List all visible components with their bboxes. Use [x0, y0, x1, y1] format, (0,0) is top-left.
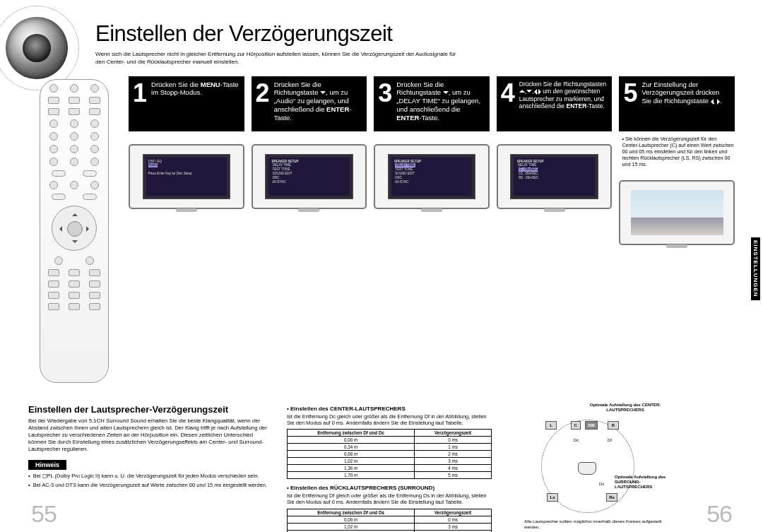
lbl-df: Df: [608, 438, 612, 442]
screenshot-4: SPEAKER SETUP DELAY TIME C : 00mSEC LS :…: [497, 144, 613, 209]
intro-text: Wenn sich die Lautsprecher nicht in glei…: [95, 51, 463, 66]
up-arrow-icon: [519, 90, 525, 93]
spk-R: R: [608, 421, 619, 430]
steps-grid: 1 Drücken Sie die MENU-Taste im Stopp-Mo…: [129, 76, 735, 245]
section-tab: EINSTELLUNGEN: [751, 237, 760, 300]
speaker-graphic: [0, 6, 79, 90]
hint-badge: Hinweis: [28, 460, 66, 470]
step-4: 4 Drücken Sie die Richtungstasten ,,, um…: [497, 76, 613, 245]
rear-heading: • Einstellen des RÜCKLAUTSPRECHERS (SURR…: [287, 485, 492, 491]
placement-diagram: Optimale Aufstellung des CENTER-LAUTSPRE…: [524, 404, 666, 524]
hint-item: Bei ◻PL (Dolby Pro Logic II) kann u. U. …: [28, 473, 268, 480]
rear-text: Ist die Entfernung Df gleich oder größer…: [287, 492, 492, 506]
step-bold: ENTER: [396, 114, 419, 122]
step-2: 2 Drücken Sie die Richtungstaste , um zu…: [252, 76, 367, 245]
step-bold: ENTER: [326, 105, 349, 113]
spk-Rs: Rs: [606, 493, 617, 502]
step-text: -Taste.: [586, 102, 605, 110]
step-text: Drücken Sie die: [151, 81, 201, 88]
diag-caption-surround: Optimale Aufstellung des SURROUND-LAUTSP…: [615, 475, 670, 490]
diag-caption-center: Optimale Aufstellung des CENTER-LAUTSPRE…: [586, 403, 664, 413]
step-number: 5: [623, 81, 637, 127]
screenshot-2: SPEAKER SETUP DELAY TIME TEST TONE SOUND…: [252, 144, 367, 209]
step-text: Drücken Sie die Richtungstaste: [396, 81, 444, 97]
step-1: 1 Drücken Sie die MENU-Taste im Stopp-Mo…: [129, 76, 244, 245]
screenshot-5: [619, 180, 735, 245]
manual-page: Einstellen der Verzögerungszeit Wenn sic…: [0, 0, 763, 532]
spk-SW: SW: [585, 421, 598, 430]
screenshot-1: DSP / EQ Audio Press Enter Key for Disc …: [129, 144, 244, 209]
step-bold: ENTER: [566, 102, 586, 110]
step-text: Drücken Sie die Richtungstasten: [519, 81, 606, 88]
down-arrow-icon: [443, 91, 449, 94]
diag-footnote: Alle Lautsprecher sollten möglichst inne…: [524, 519, 666, 530]
lbl-dc: Dc: [574, 438, 579, 442]
step-3: 3 Drücken Sie die Richtungstaste , um zu…: [374, 76, 490, 245]
sub-title: Einstellen der Lautsprecher-Verzögerungs…: [28, 404, 268, 415]
step-5-note: Sie können die Verzögerungszeit für den …: [619, 136, 735, 167]
center-text: Ist die Entfernung Dc gleich oder größer…: [287, 413, 492, 427]
center-table: Entfernung zwischen Df und DcVerzögerung…: [287, 429, 492, 479]
left-arrow-icon: [534, 89, 537, 95]
remote-control-illustration: [40, 79, 109, 383]
step-number: 2: [256, 81, 270, 127]
page-number-left: 55: [31, 500, 57, 528]
bottom-section: Einstellen der Lautsprecher-Verzögerungs…: [28, 404, 735, 532]
rear-table: Entfernung zwischen Df und DsVerzögerung…: [287, 509, 492, 532]
step-text: -Taste.: [419, 114, 439, 122]
screenshot-3: SPEAKER SETUP DELAY TIME TEST TONE SOUND…: [374, 144, 490, 209]
page-title: Einstellen der Verzögerungszeit: [95, 21, 735, 47]
down-arrow-icon: [320, 91, 326, 94]
step-number: 1: [133, 81, 147, 127]
down-arrow-icon: [526, 90, 532, 93]
spk-L: L: [545, 421, 557, 430]
spk-C: C: [571, 421, 581, 430]
sub-body: Bei der Wiedergabe von 5.1CH Surround So…: [28, 418, 268, 454]
step-number: 3: [378, 81, 392, 127]
lbl-ds: Ds: [599, 482, 604, 486]
listener-seat-icon: [578, 462, 596, 475]
remote-dpad: [52, 206, 97, 251]
step-text: Drücken Sie die Richtungstaste: [274, 81, 321, 97]
page-number-right: 56: [706, 500, 732, 528]
step-bold: MENU: [201, 81, 220, 88]
center-heading: • Einstellen des CENTER-LAUTSPRECHERS: [287, 406, 492, 412]
left-arrow-icon: [711, 99, 714, 105]
step-5: 5 Zur Einstellung der Verzögerungszeit d…: [619, 76, 735, 245]
hint-item: Bei AC-3 und DTS kann die Verzögerungsze…: [28, 482, 268, 489]
step-text: Zur Einstellung der Verzögerungszeit drü…: [641, 81, 719, 105]
step-text: .: [720, 97, 722, 105]
step-number: 4: [501, 81, 515, 127]
spk-Ls: Ls: [547, 493, 558, 502]
